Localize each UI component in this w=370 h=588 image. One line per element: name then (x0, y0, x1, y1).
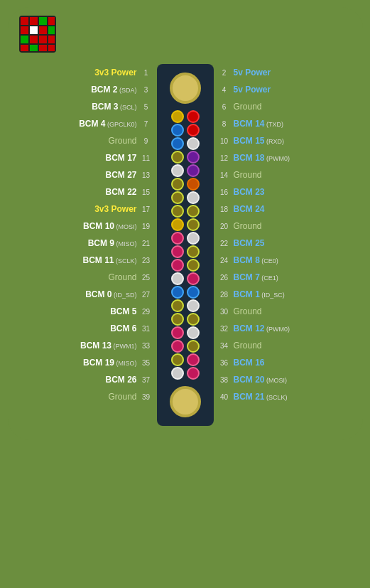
pin-dot-33[interactable] (171, 326, 184, 339)
pin-dot-7[interactable] (171, 151, 184, 164)
left-pin-num-15: 15 (140, 188, 153, 196)
pin-dot-29[interactable] (171, 299, 184, 312)
left-pin-label-23: BCM 11 (SCLK) (82, 255, 136, 265)
pin-pair-11-12 (171, 178, 200, 191)
pin-pair-9-10 (171, 164, 200, 177)
pin-dot-1[interactable] (171, 110, 184, 123)
pin-dot-2[interactable] (187, 110, 200, 123)
left-pin-label-1: 3v3 Power (94, 68, 136, 77)
right-pin-label-26: BCM 7 (CE1) (234, 272, 278, 282)
left-pin-label-9: Ground (108, 136, 136, 146)
right-pin-num-8: 8 (218, 120, 231, 128)
pin-dot-24[interactable] (187, 259, 200, 272)
svg-rect-10 (30, 36, 38, 43)
pin-dot-30[interactable] (187, 299, 200, 312)
pin-dot-28[interactable] (187, 286, 200, 299)
pin-pair-25-26 (171, 272, 200, 285)
pin-dot-23[interactable] (171, 259, 184, 272)
pin-dot-21[interactable] (171, 245, 184, 258)
pin-dot-37[interactable] (171, 353, 184, 366)
pin-pair-29-30 (171, 299, 200, 312)
right-pin-label-12: BCM 18 (PWM0) (234, 153, 290, 163)
left-pin-label-33: BCM 13 (PWM1) (80, 341, 137, 351)
pin-dot-3[interactable] (171, 124, 184, 137)
left-pin-label-17: 3v3 Power (94, 204, 136, 214)
pin-pair-15-16 (171, 205, 200, 218)
left-pin-label-35: BCM 19 (MISO) (83, 358, 137, 368)
right-pin-row-24: 24BCM 8 (CE0) (218, 252, 278, 268)
pin-dot-12[interactable] (187, 178, 200, 191)
svg-rect-13 (21, 45, 28, 51)
pin-dot-6[interactable] (187, 137, 200, 150)
pin-dot-10[interactable] (187, 164, 200, 177)
left-pin-label-37: BCM 26 (105, 375, 136, 385)
pin-dot-18[interactable] (187, 218, 200, 231)
pin-dot-11[interactable] (171, 178, 184, 191)
pin-dot-5[interactable] (171, 137, 184, 150)
left-pin-row-39: Ground39 (108, 389, 152, 405)
right-pin-num-38: 38 (218, 376, 231, 384)
left-pin-label-5: BCM 3 (SCL) (92, 102, 136, 112)
right-pin-row-20: 20Ground (218, 218, 262, 234)
pin-dot-32[interactable] (187, 313, 200, 326)
left-pin-num-31: 31 (140, 325, 153, 333)
pin-dot-25[interactable] (171, 272, 184, 285)
right-pin-label-32: BCM 12 (PWM0) (234, 324, 290, 333)
right-pin-row-14: 14Ground (218, 167, 262, 183)
pin-dot-22[interactable] (187, 245, 200, 258)
pin-dot-31[interactable] (171, 313, 184, 326)
right-pin-row-18: 18BCM 24 (218, 201, 265, 217)
right-pin-label-8: BCM 14 (TXD) (234, 119, 284, 129)
left-pin-row-21: BCM 9 (MISO)21 (88, 235, 153, 251)
pin-dot-9[interactable] (171, 164, 184, 177)
right-pin-num-12: 12 (218, 154, 231, 162)
left-pin-row-27: BCM 0 (ID_SD)27 (85, 287, 152, 302)
left-pin-label-25: Ground (108, 272, 136, 282)
pin-dot-19[interactable] (171, 232, 184, 245)
pin-dot-16[interactable] (187, 205, 200, 218)
right-pin-row-16: 16BCM 23 (218, 184, 265, 200)
left-pin-label-39: Ground (108, 392, 136, 402)
right-pin-row-12: 12BCM 18 (PWM0) (218, 150, 290, 166)
pin-dot-38[interactable] (187, 353, 200, 366)
left-pin-num-29: 29 (140, 308, 153, 316)
right-pin-num-6: 6 (218, 103, 231, 111)
pin-dot-27[interactable] (171, 286, 184, 299)
left-pin-label-15: BCM 22 (105, 187, 136, 197)
pin-dot-15[interactable] (171, 205, 184, 218)
right-pin-num-36: 36 (218, 359, 231, 367)
pin-dot-26[interactable] (187, 272, 200, 285)
pin-dot-20[interactable] (187, 232, 200, 245)
left-labels: 3v3 Power1BCM 2 (SDA)3BCM 3 (SCL)5BCM 4 … (40, 64, 157, 405)
gpio-connector (157, 64, 214, 426)
pin-dot-36[interactable] (187, 340, 200, 353)
pin-dot-35[interactable] (171, 340, 184, 353)
pin-dot-17[interactable] (171, 218, 184, 231)
pin-pair-33-34 (171, 326, 200, 339)
pin-dot-8[interactable] (187, 151, 200, 164)
pin-dot-34[interactable] (187, 326, 200, 339)
right-pin-row-10: 10BCM 15 (RXD) (218, 133, 285, 149)
left-pin-row-17: 3v3 Power17 (94, 201, 152, 217)
right-pin-label-14: Ground (234, 170, 262, 180)
pin-dot-39[interactable] (171, 367, 184, 380)
right-pin-label-22: BCM 25 (234, 238, 265, 248)
left-pin-label-13: BCM 27 (105, 170, 136, 180)
svg-rect-16 (48, 45, 55, 51)
svg-rect-4 (48, 17, 55, 25)
left-pin-row-15: BCM 2215 (105, 184, 152, 200)
svg-rect-12 (48, 36, 55, 43)
pin-pair-31-32 (171, 313, 200, 326)
right-pin-row-34: 34Ground (218, 338, 262, 353)
pin-dot-40[interactable] (187, 367, 200, 380)
right-pin-label-16: BCM 23 (234, 187, 265, 197)
right-pin-row-8: 8BCM 14 (TXD) (218, 116, 284, 132)
right-pin-row-32: 32BCM 12 (PWM0) (218, 321, 290, 336)
pin-dot-14[interactable] (187, 191, 200, 204)
left-pin-num-39: 39 (140, 393, 153, 401)
left-pin-label-21: BCM 9 (MISO) (88, 238, 137, 248)
left-pin-num-5: 5 (140, 103, 153, 111)
pin-dot-4[interactable] (187, 124, 200, 137)
header (13, 16, 357, 53)
pin-dot-13[interactable] (171, 191, 184, 204)
